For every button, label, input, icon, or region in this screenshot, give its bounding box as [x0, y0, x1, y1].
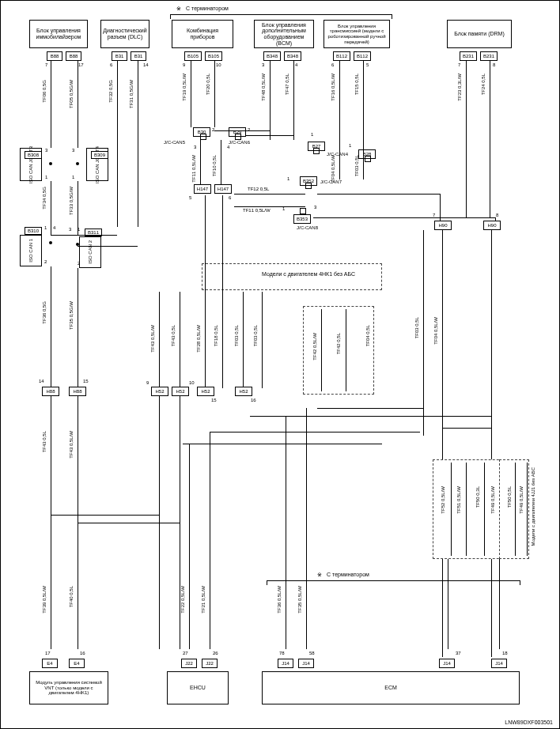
- lbl-jc-can5: J/C-CAN5: [164, 140, 185, 145]
- conn-B231b: B231: [480, 51, 498, 61]
- conn-H52c: H52: [197, 387, 214, 396]
- conn-H52d: H52: [235, 387, 252, 396]
- conn-B112b: B112: [354, 51, 371, 61]
- conn-H88b: H88: [69, 387, 86, 396]
- conn-B310: B310: [25, 227, 42, 235]
- module-transmission: Блок управления трансмиссией (модели с р…: [324, 20, 390, 48]
- module-vnt: Модуль управления системой VNT (только м…: [29, 671, 108, 704]
- conn-B348b: B348: [284, 51, 301, 61]
- top-terminator: С терминатором: [186, 6, 229, 11]
- conn-B88a: B88: [47, 51, 62, 61]
- module-ecm: ECM: [262, 671, 520, 704]
- conn-B353: B353: [293, 214, 311, 224]
- group-4jj1: [499, 459, 529, 559]
- module-isocan2: ISO CAN 2: [79, 236, 101, 268]
- conn-J14b: J14: [298, 659, 314, 668]
- conn-E4a: E4: [42, 659, 58, 668]
- conn-B112a: B112: [333, 51, 350, 61]
- module-immobilizer: Блок управления иммобилайзером: [29, 20, 88, 48]
- drawing-number: LNW89DXF003501: [505, 720, 553, 725]
- conn-H90a: H90: [434, 221, 452, 230]
- conn-B348a: B348: [263, 51, 281, 61]
- conn-B309: B309: [91, 151, 108, 159]
- conn-H90b: H90: [483, 221, 501, 230]
- module-instrument: Комбинация приборов: [172, 20, 233, 48]
- conn-B31a: B31: [112, 51, 127, 61]
- wiring-diagram-canvas: ※ С терминатором Блок управления иммобил…: [0, 0, 560, 729]
- module-bcm: Блок управления дополнительным оборудова…: [254, 20, 314, 48]
- lbl-jc-can8: J/C-CAN8: [297, 225, 318, 230]
- conn-H52a: H52: [151, 387, 168, 396]
- conn-B231a: B231: [460, 51, 477, 61]
- conn-J14d: J14: [491, 659, 507, 668]
- conn-H147a: H147: [194, 184, 211, 194]
- conn-H52b: H52: [172, 387, 189, 396]
- top-symbol: ※: [176, 6, 181, 12]
- conn-J14c: J14: [439, 659, 455, 668]
- conn-H88a: H88: [42, 387, 59, 396]
- conn-H147b: H147: [214, 184, 232, 194]
- conn-J22b: J22: [202, 659, 218, 668]
- conn-J22a: J22: [181, 659, 197, 668]
- conn-B308: B308: [25, 151, 42, 159]
- module-isocan1: ISO CAN 1: [20, 235, 42, 266]
- conn-B31b: B31: [131, 51, 146, 61]
- conn-B88b: B88: [66, 51, 81, 61]
- conn-E4b: E4: [69, 659, 85, 668]
- group-4hk1-no-abs: [202, 263, 382, 290]
- conn-B105b: B105: [205, 51, 222, 61]
- lbl-4hk1-no-abs: Модели с двигателем 4НК1 без АБС: [262, 271, 355, 277]
- module-ehcu: EHCU: [167, 671, 229, 704]
- conn-B105a: B105: [184, 51, 202, 61]
- lbl-jc-can6: J/C-CAN6: [229, 140, 250, 145]
- module-dlc: Диагностический разъем (DLC): [100, 20, 149, 48]
- module-drm: Блок памяти (DRM): [447, 20, 512, 48]
- conn-J14a: J14: [278, 659, 293, 668]
